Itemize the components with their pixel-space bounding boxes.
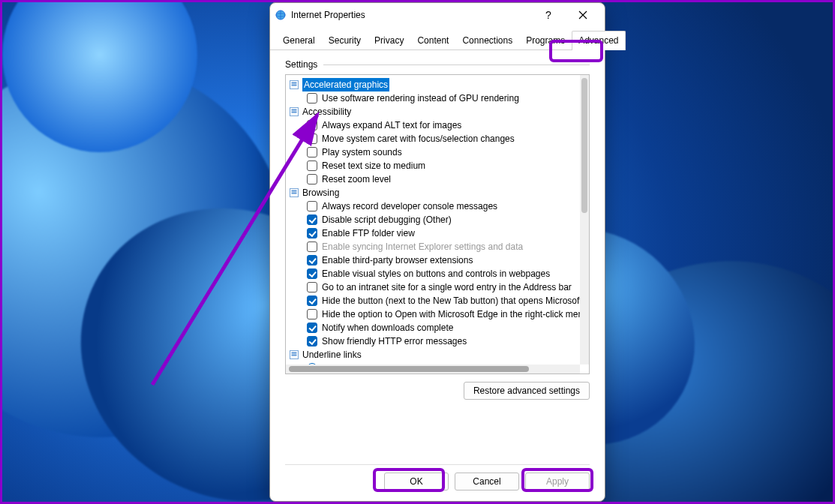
tree-option[interactable]: Reset text size to medium bbox=[287, 159, 578, 172]
tree-category-label: Underline links bbox=[302, 348, 362, 362]
tab-connections[interactable]: Connections bbox=[455, 31, 519, 50]
checkbox[interactable] bbox=[307, 336, 317, 346]
cancel-button[interactable]: Cancel bbox=[455, 472, 519, 490]
checkbox[interactable] bbox=[307, 147, 317, 158]
tree-option[interactable]: Always expand ALT text for images bbox=[287, 118, 578, 132]
checkbox[interactable] bbox=[307, 309, 317, 320]
tree-option[interactable]: Enable visual styles on buttons and cont… bbox=[287, 267, 578, 280]
svg-rect-10 bbox=[292, 193, 297, 194]
tree-option[interactable]: Notify when downloads complete bbox=[287, 321, 578, 334]
checkbox[interactable] bbox=[307, 201, 317, 212]
tree-option[interactable]: Play system sounds bbox=[287, 146, 578, 159]
checkbox bbox=[307, 242, 317, 252]
tree-category[interactable]: Browsing bbox=[287, 186, 578, 200]
svg-rect-6 bbox=[292, 110, 297, 111]
tree-option-label: Use software rendering instead of GPU re… bbox=[322, 92, 519, 105]
category-icon bbox=[289, 106, 299, 117]
checkbox[interactable] bbox=[307, 93, 317, 104]
checkbox[interactable] bbox=[307, 228, 317, 238]
tree-option-label: Reset zoom level bbox=[322, 172, 391, 186]
tree-option-label: Always expand ALT text for images bbox=[322, 118, 461, 132]
horizontal-scrollbar[interactable] bbox=[286, 364, 580, 374]
dialog-buttons: OK Cancel Apply bbox=[270, 465, 605, 501]
checkbox[interactable] bbox=[307, 255, 317, 266]
svg-rect-3 bbox=[292, 82, 297, 84]
tab-advanced[interactable]: Advanced bbox=[572, 31, 625, 50]
tree-option-label: Enable syncing Internet Explorer setting… bbox=[322, 240, 523, 254]
category-icon bbox=[289, 80, 299, 90]
checkbox[interactable] bbox=[307, 296, 317, 306]
tree-option[interactable]: Use software rendering instead of GPU re… bbox=[287, 92, 578, 105]
tree-option-label: Notify when downloads complete bbox=[322, 321, 453, 334]
checkbox[interactable] bbox=[307, 120, 317, 130]
category-icon bbox=[289, 188, 299, 198]
tab-programs[interactable]: Programs bbox=[519, 31, 572, 50]
vertical-scrollbar[interactable] bbox=[580, 75, 589, 364]
tree-category-label: Accessibility bbox=[302, 105, 351, 118]
tree-option-label: Hide the button (next to the New Tab but… bbox=[322, 294, 580, 308]
tree-option[interactable]: Always record developer console messages bbox=[287, 200, 578, 213]
checkbox[interactable] bbox=[307, 282, 317, 292]
tree-option[interactable]: Move system caret with focus/selection c… bbox=[287, 132, 578, 146]
tree-option-label: Enable FTP folder view bbox=[322, 226, 415, 240]
tree-option-label: Move system caret with focus/selection c… bbox=[322, 132, 515, 146]
checkbox[interactable] bbox=[307, 268, 317, 279]
checkbox[interactable] bbox=[307, 174, 317, 184]
tab-content[interactable]: Content bbox=[410, 31, 455, 50]
tree-option-label: Show friendly HTTP error messages bbox=[322, 334, 467, 348]
settings-tree: Accelerated graphicsUse software renderi… bbox=[285, 74, 590, 374]
svg-rect-9 bbox=[292, 190, 297, 192]
tree-option[interactable]: Show friendly HTTP error messages bbox=[287, 334, 578, 348]
tree-category-label: Browsing bbox=[302, 186, 339, 200]
close-button[interactable] bbox=[566, 4, 600, 26]
tree-option: Enable syncing Internet Explorer setting… bbox=[287, 240, 578, 254]
restore-advanced-settings-button[interactable]: Restore advanced settings bbox=[464, 382, 590, 400]
tree-option[interactable]: Enable third-party browser extensions bbox=[287, 254, 578, 267]
tab-security[interactable]: Security bbox=[322, 31, 368, 50]
tree-option-label: Enable visual styles on buttons and cont… bbox=[322, 267, 550, 280]
tree-option[interactable]: Hide the option to Open with Microsoft E… bbox=[287, 308, 578, 321]
help-button[interactable]: ? bbox=[531, 4, 566, 26]
tab-privacy[interactable]: Privacy bbox=[368, 31, 410, 50]
settings-group-label: Settings bbox=[285, 59, 590, 70]
tab-general[interactable]: General bbox=[276, 31, 322, 50]
tree-option-label: Go to an intranet site for a single word… bbox=[322, 280, 572, 294]
tree-option-label: Always record developer console messages bbox=[322, 200, 497, 213]
tree-option-label: Disable script debugging (Other) bbox=[322, 213, 452, 226]
tree-option-label: Reset text size to medium bbox=[322, 159, 425, 172]
tree-option[interactable]: Disable script debugging (Other) bbox=[287, 213, 578, 226]
apply-button[interactable]: Apply bbox=[525, 472, 590, 490]
tree-option[interactable]: Hide the button (next to the New Tab but… bbox=[287, 294, 578, 308]
tree-category[interactable]: Underline links bbox=[287, 348, 578, 362]
window-title: Internet Properties bbox=[291, 10, 531, 20]
svg-rect-7 bbox=[292, 112, 297, 113]
tree-option[interactable]: Enable FTP folder view bbox=[287, 226, 578, 240]
tree-option[interactable]: Go to an intranet site for a single word… bbox=[287, 280, 578, 294]
svg-rect-12 bbox=[292, 352, 297, 354]
checkbox[interactable] bbox=[307, 134, 317, 144]
tree-category-label: Accelerated graphics bbox=[302, 78, 389, 92]
internet-options-icon bbox=[275, 9, 287, 21]
svg-rect-13 bbox=[292, 355, 297, 356]
checkbox[interactable] bbox=[307, 322, 317, 333]
tree-option-label: Hide the option to Open with Microsoft E… bbox=[322, 308, 580, 321]
tree-category[interactable]: Accessibility bbox=[287, 105, 578, 118]
category-icon bbox=[289, 350, 299, 360]
tabstrip: General Security Privacy Content Connect… bbox=[270, 27, 605, 50]
internet-properties-dialog: Internet Properties ? General Security P… bbox=[269, 2, 605, 502]
checkbox[interactable] bbox=[307, 160, 317, 171]
tab-body-advanced: Settings Accelerated graphicsUse softwar… bbox=[270, 50, 605, 451]
checkbox[interactable] bbox=[307, 214, 317, 225]
svg-rect-4 bbox=[292, 85, 297, 86]
tree-category[interactable]: Accelerated graphics bbox=[287, 78, 578, 92]
tree-option-label: Enable third-party browser extensions bbox=[322, 254, 473, 267]
tree-option-label: Play system sounds bbox=[322, 146, 402, 159]
ok-button[interactable]: OK bbox=[384, 472, 449, 490]
tree-option[interactable]: Reset zoom level bbox=[287, 172, 578, 186]
titlebar: Internet Properties ? bbox=[270, 3, 605, 27]
